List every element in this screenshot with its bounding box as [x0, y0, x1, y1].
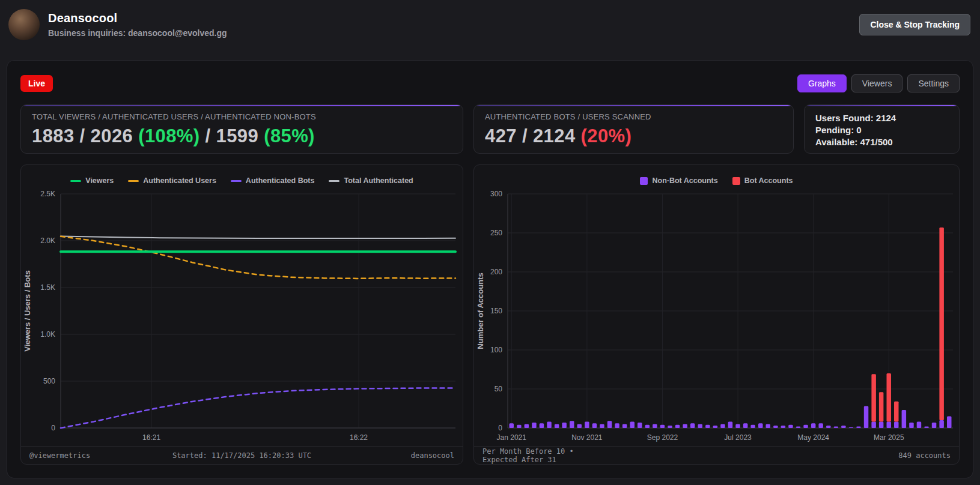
account-age-bar-chart[interactable]: 050100150200250300Jan 2021Nov 2021Sep 20…	[474, 188, 959, 446]
legend-item: Viewers	[70, 176, 114, 185]
svg-text:500: 500	[43, 377, 55, 385]
stat-value-segment: 427 / 2124	[485, 125, 581, 146]
legend-swatch-icon	[732, 177, 740, 185]
started-timestamp: Started: 11/17/2025 16:20:33 UTC	[136, 451, 348, 460]
svg-text:Mar 2025: Mar 2025	[874, 433, 904, 442]
svg-text:1.5K: 1.5K	[40, 283, 55, 292]
accounts-count-label: 849 accounts	[833, 451, 951, 460]
svg-text:0: 0	[498, 424, 502, 432]
available-line: Available: 471/500	[815, 136, 948, 148]
line-chart-legend: ViewersAuthenticated UsersAuthenticated …	[21, 165, 463, 188]
svg-text:1.0K: 1.0K	[40, 330, 55, 339]
tab-settings[interactable]: Settings	[907, 74, 960, 92]
page-header: Deansocool Business inquiries: deansocoo…	[0, 0, 980, 48]
svg-text:16:22: 16:22	[350, 433, 368, 442]
stat-heading: TOTAL VIEWERS / AUTHENTICATED USERS / AU…	[32, 112, 452, 121]
svg-text:100: 100	[490, 346, 502, 354]
stat-value-segment: / 1599	[200, 125, 264, 146]
channel-label: deansocool	[348, 451, 454, 460]
bar-chart-legend: Non-Bot AccountsBot Accounts	[474, 165, 959, 188]
svg-text:May 2024: May 2024	[797, 433, 829, 442]
toolbar: Live Graphs Viewers Settings	[20, 74, 960, 92]
svg-text:2.5K: 2.5K	[40, 190, 55, 198]
legend-swatch-icon	[70, 180, 81, 182]
tab-viewers[interactable]: Viewers	[851, 74, 903, 92]
legend-item: Bot Accounts	[732, 176, 793, 185]
legend-swatch-icon	[640, 177, 648, 185]
legend-swatch-icon	[329, 180, 339, 182]
legend-label: Viewers	[85, 176, 114, 185]
charts-row: ViewersAuthenticated UsersAuthenticated …	[20, 164, 960, 465]
svg-text:250: 250	[490, 229, 502, 237]
svg-text:50: 50	[495, 385, 503, 393]
viewer-metrics-chart-panel: ViewersAuthenticated UsersAuthenticated …	[20, 164, 463, 465]
stat-value-viewers: 1883 / 2026 (108%) / 1599 (85%)	[32, 125, 452, 147]
svg-text:150: 150	[490, 307, 502, 315]
svg-text:Viewers / Users / Bots: Viewers / Users / Bots	[23, 270, 32, 352]
svg-text:Jan 2021: Jan 2021	[497, 433, 527, 442]
pending-line: Pending: 0	[815, 124, 948, 136]
avatar	[8, 9, 40, 40]
stat-heading: AUTHENTICATED BOTS / USERS SCANNED	[485, 112, 782, 121]
bar-chart-footer: Per Month Before 10 • Expected After 31 …	[474, 446, 959, 464]
svg-text:Sep 2022: Sep 2022	[647, 433, 678, 442]
per-month-label: Per Month Before 10 • Expected After 31	[482, 447, 600, 464]
legend-label: Non-Bot Accounts	[652, 176, 717, 185]
svg-text:300: 300	[490, 190, 502, 198]
business-inquiries: Business inquiries: deansocool@evolved.g…	[48, 28, 227, 38]
legend-item: Total Authenticated	[329, 176, 413, 185]
legend-swatch-icon	[128, 180, 139, 182]
stats-row: TOTAL VIEWERS / AUTHENTICATED USERS / AU…	[20, 104, 960, 154]
stat-value-segment: 1883 / 2026	[32, 125, 138, 146]
header-text: Deansocool Business inquiries: deansocoo…	[48, 11, 227, 38]
legend-swatch-icon	[231, 180, 242, 182]
account-age-chart-panel: Non-Bot AccountsBot Accounts 05010015020…	[473, 164, 960, 465]
channel-name: Deansocool	[48, 11, 227, 25]
users-found-line: Users Found: 2124	[815, 112, 948, 124]
stat-value-segment: (20%)	[581, 125, 632, 146]
view-tabs: Graphs Viewers Settings	[797, 74, 960, 92]
live-status-badge: Live	[20, 75, 53, 92]
legend-item: Authenticated Bots	[231, 176, 315, 185]
close-stop-tracking-button[interactable]: Close & Stop Tracking	[859, 14, 970, 35]
legend-label: Authenticated Users	[143, 176, 216, 185]
legend-label: Bot Accounts	[744, 176, 793, 185]
stat-panel-bots: AUTHENTICATED BOTS / USERS SCANNED 427 /…	[473, 104, 794, 154]
stat-value-segment: (85%)	[264, 125, 315, 146]
svg-text:Nov 2021: Nov 2021	[571, 433, 603, 442]
svg-text:Jul 2023: Jul 2023	[724, 433, 752, 442]
legend-label: Authenticated Bots	[246, 176, 315, 185]
svg-text:0: 0	[51, 424, 55, 432]
watermark-label: @viewermetrics	[29, 451, 136, 460]
line-chart-footer: @viewermetrics Started: 11/17/2025 16:20…	[21, 446, 463, 464]
svg-text:200: 200	[490, 268, 502, 276]
stat-value-segment: (108%)	[138, 125, 199, 146]
legend-label: Total Authenticated	[344, 176, 413, 185]
tab-graphs[interactable]: Graphs	[797, 74, 847, 92]
svg-text:16:21: 16:21	[142, 433, 160, 442]
svg-text:Number of Accounts: Number of Accounts	[476, 273, 485, 349]
viewer-metrics-line-chart[interactable]: 05001.0K1.5K2.0K2.5K16:2116:22Viewers / …	[21, 188, 463, 446]
dashboard-panel: Live Graphs Viewers Settings TOTAL VIEWE…	[7, 60, 973, 478]
stat-panel-viewers: TOTAL VIEWERS / AUTHENTICATED USERS / AU…	[20, 104, 463, 154]
svg-text:2.0K: 2.0K	[40, 236, 55, 245]
stat-value-bots: 427 / 2124 (20%)	[485, 125, 782, 147]
stat-panel-scan-status: Users Found: 2124 Pending: 0 Available: …	[804, 104, 960, 154]
legend-item: Non-Bot Accounts	[640, 176, 717, 185]
legend-item: Authenticated Users	[128, 176, 216, 185]
